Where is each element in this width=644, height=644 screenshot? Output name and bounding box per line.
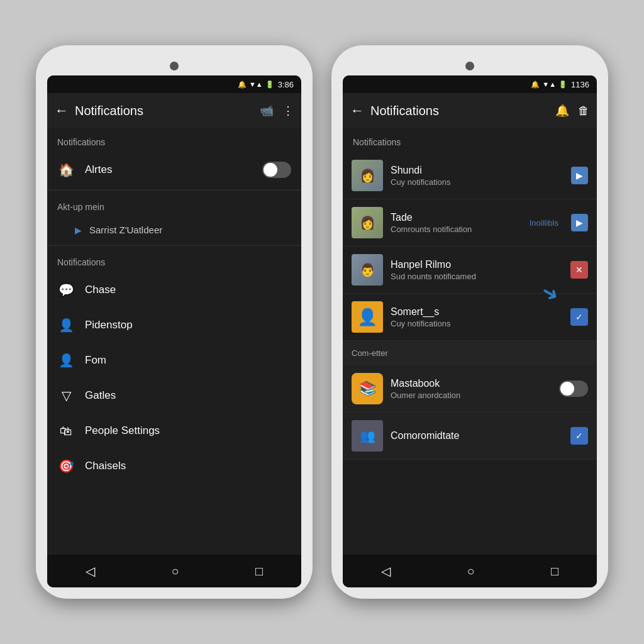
divider-1 <box>47 190 301 191</box>
battery-icon: 🔋 <box>265 80 274 89</box>
section-header-2: Akt-up mein <box>47 193 301 217</box>
mastabook-sub: Oumer anordcation <box>391 391 552 400</box>
somert-name: Somert__s <box>391 306 563 318</box>
content-right: Notifications 👩 Shundi Cuy notifications… <box>343 128 597 555</box>
pidenstop-icon: 👤 <box>57 318 75 333</box>
app-bar-icons-right: 🔔 🗑 <box>555 104 589 118</box>
trash-icon-right[interactable]: 🗑 <box>578 104 589 118</box>
notif-somert[interactable]: 👤 Somert__s Cuy notifications ✓ <box>343 294 597 341</box>
app-title-right: Notifications <box>370 104 549 118</box>
tade-badge-icon: ▶ <box>576 218 583 228</box>
comoromidtate-name: Comoromidtate <box>391 430 563 441</box>
signal-icon: ▼▲ <box>249 80 263 88</box>
home-nav-left[interactable]: ○ <box>158 559 191 584</box>
chase-item[interactable]: 💬 Chase <box>47 272 301 308</box>
status-icons-left: 🔔 ▼▲ 🔋 <box>238 80 274 89</box>
camera-right <box>465 62 474 70</box>
tade-avatar: 👩 <box>352 207 383 238</box>
app-bar-right: ← Notifications 🔔 🗑 <box>343 93 597 128</box>
pidenstop-item[interactable]: 👤 Pidenstop <box>47 308 301 343</box>
notif-tade[interactable]: 👩 Tade Comrounts notification Inoillibls… <box>343 199 597 247</box>
mastabook-item[interactable]: 📚 Mastabook Oumer anordcation <box>343 365 597 413</box>
somert-badge[interactable]: ✓ <box>570 308 588 326</box>
recent-nav-right[interactable]: □ <box>538 559 571 584</box>
comoromidtate-badge[interactable]: ✓ <box>570 427 588 445</box>
tade-badge[interactable]: ▶ <box>571 214 588 231</box>
video-icon[interactable]: 📹 <box>260 104 274 118</box>
app-bar-icons-left: 📹 ⋮ <box>260 104 294 118</box>
back-nav-left[interactable]: ◁ <box>73 558 108 584</box>
hanpel-name: Hanpel Rilmo <box>391 259 563 270</box>
screen-left: 🔔 ▼▲ 🔋 3:86 ← Notifications 📹 ⋮ Notifica… <box>47 75 301 587</box>
section-header-1: Notifications <box>47 128 301 152</box>
fom-label: Fom <box>85 354 291 367</box>
recent-nav-left[interactable]: □ <box>243 559 275 584</box>
back-nav-right[interactable]: ◁ <box>369 558 403 584</box>
battery-icon-right: 🔋 <box>558 80 567 89</box>
mastabook-icon: 📚 <box>352 373 383 404</box>
shundi-sub: Cuy notifications <box>391 177 564 187</box>
phone-top-left <box>47 57 301 75</box>
mastabook-icon-glyph: 📚 <box>359 380 376 397</box>
notif-icon-right: 🔔 <box>531 80 540 89</box>
chase-label: Chase <box>85 284 291 296</box>
hanpel-badge-icon: ✕ <box>575 265 583 275</box>
fom-item[interactable]: 👤 Fom <box>47 343 301 378</box>
play-icon: ▶ <box>75 225 82 235</box>
app-bar-left: ← Notifications 📹 ⋮ <box>47 93 301 128</box>
shundi-avatar: 👩 <box>352 160 383 191</box>
gatles-label: Gatles <box>85 389 291 402</box>
computer-section: Com-etter <box>343 341 597 365</box>
phone-right: 🔔 ▼▲ 🔋 1136 ← Notifications 🔔 🗑 Notifica… <box>331 45 608 599</box>
mastabook-toggle[interactable] <box>559 380 588 397</box>
alerts-label: Alrtes <box>85 164 252 176</box>
alerts-item[interactable]: 🏠 Alrtes <box>47 152 301 187</box>
sub-item-sarrist[interactable]: ▶ Sarrist Z'Uatldeer <box>47 217 301 243</box>
chaisels-label: Chaisels <box>85 460 291 472</box>
nav-bar-right: ◁ ○ □ <box>343 555 597 587</box>
back-button-left[interactable]: ← <box>55 103 69 119</box>
divider-2 <box>47 245 301 246</box>
notification-icon: 🔔 <box>238 80 247 89</box>
people-settings-item[interactable]: 🛍 People Settings <box>47 413 301 448</box>
shundi-badge-icon: ▶ <box>576 170 583 180</box>
signal-icon-right: ▼▲ <box>542 80 556 88</box>
tade-sub: Comrounts notification <box>391 225 522 234</box>
phones-container: 🔔 ▼▲ 🔋 3:86 ← Notifications 📹 ⋮ Notifica… <box>36 45 608 599</box>
somert-badge-icon: ✓ <box>575 312 583 322</box>
people-settings-label: People Settings <box>85 425 291 437</box>
toggle-thumb <box>264 163 277 177</box>
notif-shundi[interactable]: 👩 Shundi Cuy notifications ▶ <box>343 152 597 199</box>
somert-info: Somert__s Cuy notifications <box>391 306 563 328</box>
alerts-toggle[interactable] <box>262 162 291 178</box>
home-nav-right[interactable]: ○ <box>454 559 487 584</box>
chaisels-item[interactable]: 🎯 Chaisels <box>47 448 301 484</box>
screen-right: 🔔 ▼▲ 🔋 1136 ← Notifications 🔔 🗑 Notifica… <box>343 75 597 587</box>
hanpel-sub: Sud nounts notificamed <box>391 272 563 281</box>
hanpel-badge[interactable]: ✕ <box>570 261 588 279</box>
status-bar-right: 🔔 ▼▲ 🔋 1136 <box>343 75 597 93</box>
computer-label: Com-etter <box>352 348 588 358</box>
comoromidtate-avatar-icon: 👥 <box>360 428 375 443</box>
home-icon: 🏠 <box>57 162 75 177</box>
comoromidtate-badge-icon: ✓ <box>575 431 583 441</box>
bell-icon-right[interactable]: 🔔 <box>555 104 569 118</box>
more-icon[interactable]: ⋮ <box>282 104 294 118</box>
status-icons-right: 🔔 ▼▲ 🔋 <box>531 80 567 89</box>
people-settings-icon: 🛍 <box>57 424 75 438</box>
tade-info: Tade Comrounts notification <box>391 212 522 234</box>
mastabook-name: Mastabook <box>391 378 552 389</box>
shundi-badge[interactable]: ▶ <box>571 167 588 184</box>
comoromidtate-avatar: 👥 <box>352 420 383 452</box>
fom-icon: 👤 <box>57 353 75 368</box>
somert-sub: Cuy notifications <box>391 319 563 328</box>
somert-avatar: 👤 <box>352 301 383 333</box>
mastabook-info: Mastabook Oumer anordcation <box>391 378 552 400</box>
comoromidtate-item[interactable]: 👥 Comoromidtate ✓ <box>343 413 597 460</box>
tade-highlight: Inoillibls <box>530 218 558 228</box>
somert-wrapper: ➜ 👤 Somert__s Cuy notifications ✓ <box>343 294 597 341</box>
content-left: Notifications 🏠 Alrtes Akt-up mein ▶ Sar… <box>47 128 301 555</box>
app-title-left: Notifications <box>75 104 253 118</box>
back-button-right[interactable]: ← <box>350 103 364 119</box>
gatles-item[interactable]: ▽ Gatles <box>47 378 301 413</box>
